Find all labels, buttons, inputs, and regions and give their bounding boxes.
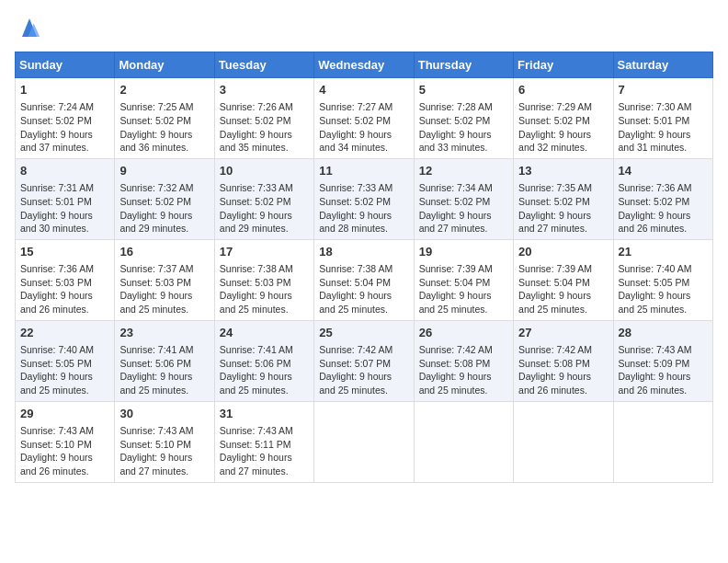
calendar-header-row: SundayMondayTuesdayWednesdayThursdayFrid… <box>16 52 713 78</box>
column-header-saturday: Saturday <box>613 52 712 78</box>
calendar-cell <box>414 401 513 482</box>
calendar-cell: 11Sunrise: 7:33 AMSunset: 5:02 PMDayligh… <box>314 158 414 239</box>
day-info: Sunrise: 7:40 AMSunset: 5:05 PMDaylight:… <box>20 343 109 397</box>
day-number: 28 <box>619 325 708 341</box>
page-header <box>15 15 713 40</box>
day-info: Sunrise: 7:37 AMSunset: 5:03 PMDaylight:… <box>119 262 209 316</box>
day-info: Sunrise: 7:36 AMSunset: 5:02 PMDaylight:… <box>619 181 708 236</box>
day-info: Sunrise: 7:27 AMSunset: 5:02 PMDaylight:… <box>319 100 408 155</box>
calendar-cell: 21Sunrise: 7:40 AMSunset: 5:05 PMDayligh… <box>613 239 712 320</box>
calendar-cell: 17Sunrise: 7:38 AMSunset: 5:03 PMDayligh… <box>214 239 313 320</box>
day-info: Sunrise: 7:30 AMSunset: 5:01 PMDaylight:… <box>619 100 708 155</box>
day-number: 3 <box>220 82 309 98</box>
calendar-week-3: 15Sunrise: 7:36 AMSunset: 5:03 PMDayligh… <box>16 239 713 320</box>
day-number: 16 <box>119 244 209 260</box>
day-info: Sunrise: 7:38 AMSunset: 5:04 PMDaylight:… <box>319 262 408 316</box>
calendar-cell: 8Sunrise: 7:31 AMSunset: 5:01 PMDaylight… <box>16 158 115 239</box>
day-number: 21 <box>619 244 708 260</box>
calendar-cell: 3Sunrise: 7:26 AMSunset: 5:02 PMDaylight… <box>214 78 313 159</box>
day-number: 26 <box>419 325 508 341</box>
calendar-cell: 1Sunrise: 7:24 AMSunset: 5:02 PMDaylight… <box>16 78 115 159</box>
day-number: 15 <box>20 244 109 260</box>
day-info: Sunrise: 7:33 AMSunset: 5:02 PMDaylight:… <box>319 181 408 236</box>
day-number: 8 <box>20 163 109 179</box>
calendar-cell: 29Sunrise: 7:43 AMSunset: 5:10 PMDayligh… <box>16 401 115 482</box>
day-info: Sunrise: 7:31 AMSunset: 5:01 PMDaylight:… <box>20 181 109 236</box>
day-number: 17 <box>220 244 309 260</box>
day-info: Sunrise: 7:39 AMSunset: 5:04 PMDaylight:… <box>518 262 608 316</box>
calendar-cell: 7Sunrise: 7:30 AMSunset: 5:01 PMDaylight… <box>613 78 712 159</box>
calendar-cell: 30Sunrise: 7:43 AMSunset: 5:10 PMDayligh… <box>115 401 214 482</box>
calendar-cell: 28Sunrise: 7:43 AMSunset: 5:09 PMDayligh… <box>613 320 712 401</box>
calendar-cell: 10Sunrise: 7:33 AMSunset: 5:02 PMDayligh… <box>214 158 313 239</box>
calendar-cell: 23Sunrise: 7:41 AMSunset: 5:06 PMDayligh… <box>115 320 214 401</box>
day-info: Sunrise: 7:43 AMSunset: 5:11 PMDaylight:… <box>220 424 309 478</box>
day-number: 7 <box>619 82 708 98</box>
calendar-cell: 26Sunrise: 7:42 AMSunset: 5:08 PMDayligh… <box>414 320 513 401</box>
day-info: Sunrise: 7:38 AMSunset: 5:03 PMDaylight:… <box>220 262 309 316</box>
day-number: 22 <box>20 325 109 341</box>
day-info: Sunrise: 7:40 AMSunset: 5:05 PMDaylight:… <box>619 262 708 316</box>
calendar-cell <box>514 401 613 482</box>
day-info: Sunrise: 7:42 AMSunset: 5:07 PMDaylight:… <box>319 343 408 397</box>
calendar-cell: 25Sunrise: 7:42 AMSunset: 5:07 PMDayligh… <box>314 320 414 401</box>
calendar-cell: 12Sunrise: 7:34 AMSunset: 5:02 PMDayligh… <box>414 158 513 239</box>
logo-icon <box>15 15 44 40</box>
calendar-table: SundayMondayTuesdayWednesdayThursdayFrid… <box>15 52 713 483</box>
day-info: Sunrise: 7:32 AMSunset: 5:02 PMDaylight:… <box>119 181 209 236</box>
day-info: Sunrise: 7:42 AMSunset: 5:08 PMDaylight:… <box>518 343 608 397</box>
day-info: Sunrise: 7:25 AMSunset: 5:02 PMDaylight:… <box>119 100 209 155</box>
calendar-cell <box>613 401 712 482</box>
calendar-cell: 20Sunrise: 7:39 AMSunset: 5:04 PMDayligh… <box>514 239 613 320</box>
day-info: Sunrise: 7:39 AMSunset: 5:04 PMDaylight:… <box>419 262 508 316</box>
calendar-cell: 24Sunrise: 7:41 AMSunset: 5:06 PMDayligh… <box>214 320 313 401</box>
day-info: Sunrise: 7:41 AMSunset: 5:06 PMDaylight:… <box>119 343 209 397</box>
calendar-cell <box>314 401 414 482</box>
day-number: 12 <box>419 163 508 179</box>
day-number: 25 <box>319 325 408 341</box>
calendar-cell: 19Sunrise: 7:39 AMSunset: 5:04 PMDayligh… <box>414 239 513 320</box>
column-header-sunday: Sunday <box>16 52 115 78</box>
day-info: Sunrise: 7:33 AMSunset: 5:02 PMDaylight:… <box>220 181 309 236</box>
calendar-cell: 15Sunrise: 7:36 AMSunset: 5:03 PMDayligh… <box>16 239 115 320</box>
day-number: 24 <box>220 325 309 341</box>
day-number: 9 <box>119 163 209 179</box>
calendar-week-2: 8Sunrise: 7:31 AMSunset: 5:01 PMDaylight… <box>16 158 713 239</box>
calendar-week-4: 22Sunrise: 7:40 AMSunset: 5:05 PMDayligh… <box>16 320 713 401</box>
calendar-week-5: 29Sunrise: 7:43 AMSunset: 5:10 PMDayligh… <box>16 401 713 482</box>
day-number: 5 <box>419 82 508 98</box>
day-number: 31 <box>220 406 309 422</box>
calendar-cell: 2Sunrise: 7:25 AMSunset: 5:02 PMDaylight… <box>115 78 214 159</box>
calendar-cell: 13Sunrise: 7:35 AMSunset: 5:02 PMDayligh… <box>514 158 613 239</box>
column-header-tuesday: Tuesday <box>214 52 313 78</box>
day-number: 4 <box>319 82 408 98</box>
calendar-cell: 6Sunrise: 7:29 AMSunset: 5:02 PMDaylight… <box>514 78 613 159</box>
day-info: Sunrise: 7:24 AMSunset: 5:02 PMDaylight:… <box>20 100 109 155</box>
logo <box>15 15 48 40</box>
day-number: 6 <box>518 82 608 98</box>
calendar-cell: 18Sunrise: 7:38 AMSunset: 5:04 PMDayligh… <box>314 239 414 320</box>
column-header-wednesday: Wednesday <box>314 52 414 78</box>
day-number: 14 <box>619 163 708 179</box>
day-number: 29 <box>20 406 109 422</box>
column-header-monday: Monday <box>115 52 214 78</box>
day-info: Sunrise: 7:26 AMSunset: 5:02 PMDaylight:… <box>220 100 309 155</box>
day-info: Sunrise: 7:29 AMSunset: 5:02 PMDaylight:… <box>518 100 608 155</box>
day-info: Sunrise: 7:43 AMSunset: 5:10 PMDaylight:… <box>119 424 209 478</box>
day-info: Sunrise: 7:43 AMSunset: 5:09 PMDaylight:… <box>619 343 708 397</box>
day-number: 30 <box>119 406 209 422</box>
day-info: Sunrise: 7:41 AMSunset: 5:06 PMDaylight:… <box>220 343 309 397</box>
calendar-cell: 31Sunrise: 7:43 AMSunset: 5:11 PMDayligh… <box>214 401 313 482</box>
column-header-friday: Friday <box>514 52 613 78</box>
day-number: 2 <box>119 82 209 98</box>
day-number: 13 <box>518 163 608 179</box>
day-number: 27 <box>518 325 608 341</box>
column-header-thursday: Thursday <box>414 52 513 78</box>
calendar-cell: 9Sunrise: 7:32 AMSunset: 5:02 PMDaylight… <box>115 158 214 239</box>
calendar-cell: 4Sunrise: 7:27 AMSunset: 5:02 PMDaylight… <box>314 78 414 159</box>
day-info: Sunrise: 7:28 AMSunset: 5:02 PMDaylight:… <box>419 100 508 155</box>
day-number: 19 <box>419 244 508 260</box>
day-number: 23 <box>119 325 209 341</box>
calendar-cell: 14Sunrise: 7:36 AMSunset: 5:02 PMDayligh… <box>613 158 712 239</box>
day-info: Sunrise: 7:43 AMSunset: 5:10 PMDaylight:… <box>20 424 109 478</box>
